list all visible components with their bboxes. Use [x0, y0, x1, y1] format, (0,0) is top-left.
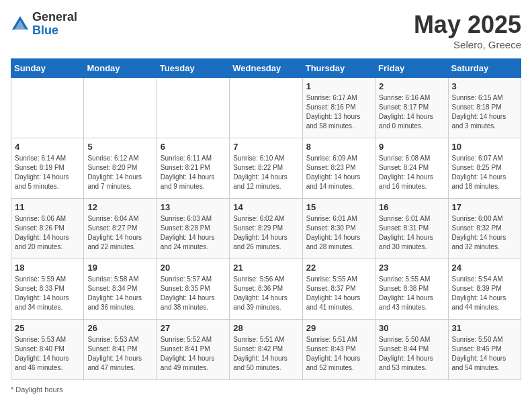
day-info: Sunrise: 5:51 AM Sunset: 8:43 PM Dayligh…: [306, 335, 371, 373]
day-cell: 10Sunrise: 6:07 AM Sunset: 8:25 PM Dayli…: [448, 138, 521, 199]
footer-note: * Daylight hours: [11, 385, 521, 394]
day-cell: 23Sunrise: 5:55 AM Sunset: 8:38 PM Dayli…: [375, 259, 448, 320]
day-cell: 9Sunrise: 6:08 AM Sunset: 8:24 PM Daylig…: [375, 138, 448, 199]
day-number: 18: [15, 263, 80, 273]
day-cell: 4Sunrise: 6:14 AM Sunset: 8:19 PM Daylig…: [11, 138, 84, 199]
calendar-table: SundayMondayTuesdayWednesdayThursdayFrid…: [11, 58, 521, 380]
day-cell: 30Sunrise: 5:50 AM Sunset: 8:44 PM Dayli…: [375, 320, 448, 380]
day-cell: 31Sunrise: 5:50 AM Sunset: 8:45 PM Dayli…: [448, 320, 521, 380]
day-number: 28: [233, 323, 298, 333]
day-info: Sunrise: 5:52 AM Sunset: 8:41 PM Dayligh…: [161, 335, 226, 373]
day-number: 22: [306, 263, 371, 273]
day-info: Sunrise: 6:08 AM Sunset: 8:24 PM Dayligh…: [379, 154, 444, 191]
day-number: 10: [452, 142, 517, 152]
header-cell-saturday: Saturday: [448, 59, 521, 78]
day-info: Sunrise: 5:59 AM Sunset: 8:33 PM Dayligh…: [15, 275, 80, 312]
day-number: 31: [452, 323, 517, 333]
day-number: 30: [379, 323, 444, 333]
day-number: 7: [233, 142, 298, 152]
day-cell: 11Sunrise: 6:06 AM Sunset: 8:26 PM Dayli…: [11, 199, 84, 259]
day-number: 3: [452, 81, 517, 91]
day-info: Sunrise: 6:06 AM Sunset: 8:26 PM Dayligh…: [15, 214, 80, 252]
logo-blue-text: Blue: [32, 24, 77, 38]
day-info: Sunrise: 5:56 AM Sunset: 8:36 PM Dayligh…: [233, 275, 298, 312]
day-info: Sunrise: 5:53 AM Sunset: 8:41 PM Dayligh…: [87, 335, 152, 373]
day-info: Sunrise: 5:54 AM Sunset: 8:39 PM Dayligh…: [452, 275, 517, 312]
day-cell: 29Sunrise: 5:51 AM Sunset: 8:43 PM Dayli…: [302, 320, 375, 380]
day-cell: [157, 78, 229, 138]
day-number: 1: [306, 81, 371, 91]
day-info: Sunrise: 6:01 AM Sunset: 8:30 PM Dayligh…: [306, 214, 371, 252]
title-block: May 2025 Selero, Greece: [414, 11, 521, 50]
logo-icon: [11, 15, 30, 34]
day-info: Sunrise: 5:50 AM Sunset: 8:44 PM Dayligh…: [379, 335, 444, 373]
week-row-3: 11Sunrise: 6:06 AM Sunset: 8:26 PM Dayli…: [11, 199, 521, 259]
day-cell: 21Sunrise: 5:56 AM Sunset: 8:36 PM Dayli…: [230, 259, 302, 320]
day-info: Sunrise: 6:14 AM Sunset: 8:19 PM Dayligh…: [15, 154, 80, 191]
day-info: Sunrise: 5:51 AM Sunset: 8:42 PM Dayligh…: [233, 335, 298, 373]
day-cell: 15Sunrise: 6:01 AM Sunset: 8:30 PM Dayli…: [302, 199, 375, 259]
day-number: 13: [161, 202, 226, 212]
day-number: 9: [379, 142, 444, 152]
day-cell: 13Sunrise: 6:03 AM Sunset: 8:28 PM Dayli…: [157, 199, 229, 259]
day-number: 20: [161, 263, 226, 273]
day-cell: 12Sunrise: 6:04 AM Sunset: 8:27 PM Dayli…: [84, 199, 157, 259]
day-info: Sunrise: 6:15 AM Sunset: 8:18 PM Dayligh…: [452, 93, 517, 131]
day-info: Sunrise: 6:07 AM Sunset: 8:25 PM Dayligh…: [452, 154, 517, 191]
header-cell-monday: Monday: [84, 59, 157, 78]
week-row-2: 4Sunrise: 6:14 AM Sunset: 8:19 PM Daylig…: [11, 138, 521, 199]
header-cell-thursday: Thursday: [302, 59, 375, 78]
day-cell: 18Sunrise: 5:59 AM Sunset: 8:33 PM Dayli…: [11, 259, 84, 320]
day-info: Sunrise: 6:16 AM Sunset: 8:17 PM Dayligh…: [379, 93, 444, 131]
day-number: 19: [87, 263, 152, 273]
day-info: Sunrise: 6:01 AM Sunset: 8:31 PM Dayligh…: [379, 214, 444, 252]
day-cell: 25Sunrise: 5:53 AM Sunset: 8:40 PM Dayli…: [11, 320, 84, 380]
header-cell-sunday: Sunday: [11, 59, 84, 78]
day-info: Sunrise: 5:55 AM Sunset: 8:37 PM Dayligh…: [306, 275, 371, 312]
day-info: Sunrise: 6:11 AM Sunset: 8:21 PM Dayligh…: [161, 154, 226, 191]
day-cell: 28Sunrise: 5:51 AM Sunset: 8:42 PM Dayli…: [230, 320, 302, 380]
day-cell: 17Sunrise: 6:00 AM Sunset: 8:32 PM Dayli…: [448, 199, 521, 259]
day-cell: [11, 78, 84, 138]
header-cell-friday: Friday: [375, 59, 448, 78]
logo-text: General Blue: [32, 11, 77, 38]
day-cell: 7Sunrise: 6:10 AM Sunset: 8:22 PM Daylig…: [230, 138, 302, 199]
day-info: Sunrise: 6:04 AM Sunset: 8:27 PM Dayligh…: [87, 214, 152, 252]
day-cell: 26Sunrise: 5:53 AM Sunset: 8:41 PM Dayli…: [84, 320, 157, 380]
header-row: SundayMondayTuesdayWednesdayThursdayFrid…: [11, 59, 521, 78]
day-cell: 2Sunrise: 6:16 AM Sunset: 8:17 PM Daylig…: [375, 78, 448, 138]
day-cell: 8Sunrise: 6:09 AM Sunset: 8:23 PM Daylig…: [302, 138, 375, 199]
header-cell-tuesday: Tuesday: [157, 59, 229, 78]
day-number: 14: [233, 202, 298, 212]
day-cell: [84, 78, 157, 138]
logo-general-text: General: [32, 11, 77, 24]
day-cell: 14Sunrise: 6:02 AM Sunset: 8:29 PM Dayli…: [230, 199, 302, 259]
day-number: 4: [15, 142, 80, 152]
header-cell-wednesday: Wednesday: [230, 59, 302, 78]
day-cell: 5Sunrise: 6:12 AM Sunset: 8:20 PM Daylig…: [84, 138, 157, 199]
day-number: 17: [452, 202, 517, 212]
day-number: 15: [306, 202, 371, 212]
day-number: 27: [161, 323, 226, 333]
day-cell: 20Sunrise: 5:57 AM Sunset: 8:35 PM Dayli…: [157, 259, 229, 320]
day-number: 2: [379, 81, 444, 91]
day-number: 5: [87, 142, 152, 152]
day-number: 25: [15, 323, 80, 333]
day-number: 29: [306, 323, 371, 333]
day-info: Sunrise: 5:58 AM Sunset: 8:34 PM Dayligh…: [87, 275, 152, 312]
day-cell: 24Sunrise: 5:54 AM Sunset: 8:39 PM Dayli…: [448, 259, 521, 320]
day-info: Sunrise: 6:12 AM Sunset: 8:20 PM Dayligh…: [87, 154, 152, 191]
day-info: Sunrise: 5:50 AM Sunset: 8:45 PM Dayligh…: [452, 335, 517, 373]
week-row-1: 1Sunrise: 6:17 AM Sunset: 8:16 PM Daylig…: [11, 78, 521, 138]
day-cell: 1Sunrise: 6:17 AM Sunset: 8:16 PM Daylig…: [302, 78, 375, 138]
day-info: Sunrise: 5:57 AM Sunset: 8:35 PM Dayligh…: [161, 275, 226, 312]
week-row-4: 18Sunrise: 5:59 AM Sunset: 8:33 PM Dayli…: [11, 259, 521, 320]
day-cell: 22Sunrise: 5:55 AM Sunset: 8:37 PM Dayli…: [302, 259, 375, 320]
day-cell: 3Sunrise: 6:15 AM Sunset: 8:18 PM Daylig…: [448, 78, 521, 138]
day-info: Sunrise: 6:17 AM Sunset: 8:16 PM Dayligh…: [306, 93, 371, 131]
day-cell: 19Sunrise: 5:58 AM Sunset: 8:34 PM Dayli…: [84, 259, 157, 320]
day-number: 23: [379, 263, 444, 273]
day-info: Sunrise: 6:10 AM Sunset: 8:22 PM Dayligh…: [233, 154, 298, 191]
day-number: 6: [161, 142, 226, 152]
day-info: Sunrise: 6:02 AM Sunset: 8:29 PM Dayligh…: [233, 214, 298, 252]
